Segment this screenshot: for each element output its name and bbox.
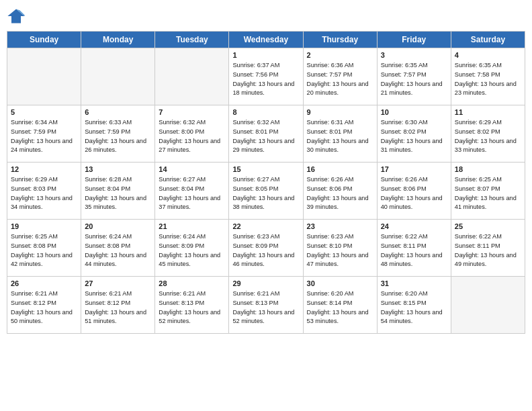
daylight-text: Daylight: 13 hours and 49 minutes.	[455, 252, 517, 268]
day-info: Sunrise: 6:21 AMSunset: 8:13 PMDaylight:…	[159, 289, 225, 326]
page-header	[7, 7, 525, 26]
day-number: 6	[85, 108, 151, 116]
sunset-text: Sunset: 8:04 PM	[85, 185, 130, 192]
sunrise-text: Sunrise: 6:22 AM	[381, 233, 428, 240]
day-info: Sunrise: 6:21 AMSunset: 8:12 PMDaylight:…	[85, 289, 151, 326]
day-number: 24	[381, 222, 447, 230]
day-info: Sunrise: 6:30 AMSunset: 8:02 PMDaylight:…	[381, 118, 447, 155]
header-tuesday: Tuesday	[155, 32, 229, 48]
sunrise-text: Sunrise: 6:32 AM	[232, 119, 279, 126]
daylight-text: Daylight: 13 hours and 27 minutes.	[159, 138, 220, 154]
day-info: Sunrise: 6:27 AMSunset: 8:05 PMDaylight:…	[232, 175, 299, 212]
daylight-text: Daylight: 13 hours and 51 minutes.	[85, 309, 146, 325]
day-number: 13	[85, 165, 151, 173]
sunset-text: Sunset: 8:15 PM	[381, 300, 427, 306]
day-number: 15	[232, 165, 299, 173]
sunrise-text: Sunrise: 6:23 AM	[307, 233, 354, 240]
sunset-text: Sunset: 8:01 PM	[232, 128, 278, 135]
daylight-text: Daylight: 13 hours and 50 minutes.	[11, 309, 73, 325]
sunset-text: Sunset: 8:06 PM	[381, 185, 427, 192]
calendar-cell: 15Sunrise: 6:27 AMSunset: 8:05 PMDayligh…	[229, 163, 303, 220]
sunrise-text: Sunrise: 6:31 AM	[307, 119, 354, 126]
sunset-text: Sunset: 8:03 PM	[11, 185, 56, 192]
sunrise-text: Sunrise: 6:35 AM	[381, 62, 428, 68]
week-row-5: 26Sunrise: 6:21 AMSunset: 8:12 PMDayligh…	[7, 277, 525, 334]
sunrise-text: Sunrise: 6:33 AM	[85, 119, 132, 126]
calendar-table: SundayMondayTuesdayWednesdayThursdayFrid…	[7, 31, 525, 334]
sunrise-text: Sunrise: 6:20 AM	[381, 290, 428, 297]
logo-icon	[7, 7, 26, 26]
calendar-cell: 4Sunrise: 6:35 AMSunset: 7:58 PMDaylight…	[451, 48, 525, 105]
calendar-cell: 24Sunrise: 6:22 AMSunset: 8:11 PMDayligh…	[377, 220, 451, 277]
sunrise-text: Sunrise: 6:34 AM	[11, 119, 58, 126]
sunset-text: Sunset: 8:10 PM	[307, 242, 353, 249]
calendar-cell: 13Sunrise: 6:28 AMSunset: 8:04 PMDayligh…	[81, 163, 155, 220]
sunrise-text: Sunrise: 6:29 AM	[11, 176, 58, 183]
calendar-cell: 23Sunrise: 6:23 AMSunset: 8:10 PMDayligh…	[303, 220, 377, 277]
day-info: Sunrise: 6:27 AMSunset: 8:04 PMDaylight:…	[159, 175, 225, 212]
daylight-text: Daylight: 13 hours and 29 minutes.	[232, 138, 294, 154]
sunrise-text: Sunrise: 6:36 AM	[307, 62, 354, 68]
day-number: 25	[455, 222, 521, 230]
day-number: 20	[85, 222, 151, 230]
daylight-text: Daylight: 13 hours and 44 minutes.	[85, 252, 146, 268]
sunrise-text: Sunrise: 6:35 AM	[455, 62, 502, 68]
sunset-text: Sunset: 8:13 PM	[159, 300, 204, 306]
sunrise-text: Sunrise: 6:22 AM	[455, 233, 502, 240]
sunset-text: Sunset: 8:04 PM	[159, 185, 204, 192]
sunrise-text: Sunrise: 6:23 AM	[232, 233, 279, 240]
daylight-text: Daylight: 13 hours and 38 minutes.	[232, 195, 294, 211]
sunset-text: Sunset: 7:59 PM	[85, 128, 130, 135]
sunrise-text: Sunrise: 6:24 AM	[85, 233, 132, 240]
calendar-cell: 18Sunrise: 6:25 AMSunset: 8:07 PMDayligh…	[451, 163, 525, 220]
header-friday: Friday	[377, 32, 451, 48]
daylight-text: Daylight: 13 hours and 42 minutes.	[11, 252, 73, 268]
daylight-text: Daylight: 13 hours and 54 minutes.	[381, 309, 443, 325]
day-info: Sunrise: 6:22 AMSunset: 8:11 PMDaylight:…	[455, 232, 521, 269]
day-info: Sunrise: 6:25 AMSunset: 8:08 PMDaylight:…	[11, 232, 77, 269]
week-row-1: 1Sunrise: 6:37 AMSunset: 7:56 PMDaylight…	[7, 48, 525, 105]
header-wednesday: Wednesday	[229, 32, 303, 48]
calendar-cell: 30Sunrise: 6:20 AMSunset: 8:14 PMDayligh…	[303, 277, 377, 334]
daylight-text: Daylight: 13 hours and 52 minutes.	[159, 309, 220, 325]
daylight-text: Daylight: 13 hours and 34 minutes.	[11, 195, 73, 211]
calendar-cell: 11Sunrise: 6:29 AMSunset: 8:02 PMDayligh…	[451, 105, 525, 163]
header-row: SundayMondayTuesdayWednesdayThursdayFrid…	[7, 32, 525, 48]
sunset-text: Sunset: 8:05 PM	[232, 185, 278, 192]
day-info: Sunrise: 6:35 AMSunset: 7:57 PMDaylight:…	[381, 61, 447, 98]
daylight-text: Daylight: 13 hours and 33 minutes.	[455, 138, 517, 154]
daylight-text: Daylight: 13 hours and 46 minutes.	[232, 252, 294, 268]
day-info: Sunrise: 6:37 AMSunset: 7:56 PMDaylight:…	[232, 61, 299, 98]
day-number: 21	[159, 222, 225, 230]
calendar-cell: 5Sunrise: 6:34 AMSunset: 7:59 PMDaylight…	[7, 105, 81, 163]
sunrise-text: Sunrise: 6:25 AM	[455, 176, 502, 183]
sunset-text: Sunset: 8:02 PM	[381, 128, 427, 135]
sunrise-text: Sunrise: 6:21 AM	[232, 290, 279, 297]
calendar-cell: 9Sunrise: 6:31 AMSunset: 8:01 PMDaylight…	[303, 105, 377, 163]
calendar-cell	[155, 48, 229, 105]
daylight-text: Daylight: 13 hours and 30 minutes.	[307, 138, 369, 154]
sunset-text: Sunset: 8:09 PM	[159, 242, 204, 249]
header-monday: Monday	[81, 32, 155, 48]
sunrise-text: Sunrise: 6:25 AM	[11, 233, 58, 240]
sunrise-text: Sunrise: 6:30 AM	[381, 119, 428, 126]
day-number: 3	[381, 51, 447, 59]
day-number: 11	[455, 108, 521, 116]
day-info: Sunrise: 6:36 AMSunset: 7:57 PMDaylight:…	[307, 61, 373, 98]
calendar-cell: 14Sunrise: 6:27 AMSunset: 8:04 PMDayligh…	[155, 163, 229, 220]
calendar-cell: 10Sunrise: 6:30 AMSunset: 8:02 PMDayligh…	[377, 105, 451, 163]
day-number: 2	[307, 51, 373, 59]
daylight-text: Daylight: 13 hours and 48 minutes.	[381, 252, 443, 268]
sunset-text: Sunset: 7:59 PM	[11, 128, 56, 135]
daylight-text: Daylight: 13 hours and 35 minutes.	[85, 195, 146, 211]
calendar-cell: 2Sunrise: 6:36 AMSunset: 7:57 PMDaylight…	[303, 48, 377, 105]
sunrise-text: Sunrise: 6:21 AM	[85, 290, 132, 297]
day-number: 23	[307, 222, 373, 230]
daylight-text: Daylight: 13 hours and 37 minutes.	[159, 195, 220, 211]
day-number: 17	[381, 165, 447, 173]
sunrise-text: Sunrise: 6:27 AM	[159, 176, 206, 183]
calendar-cell: 26Sunrise: 6:21 AMSunset: 8:12 PMDayligh…	[7, 277, 81, 334]
week-row-2: 5Sunrise: 6:34 AMSunset: 7:59 PMDaylight…	[7, 105, 525, 163]
sunrise-text: Sunrise: 6:26 AM	[381, 176, 428, 183]
day-number: 27	[85, 279, 151, 287]
